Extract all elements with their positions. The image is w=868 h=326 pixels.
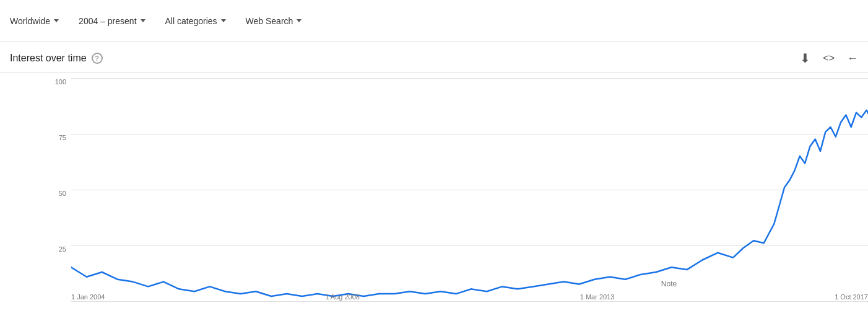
section-header: Interest over time ? ⬇ <> ← [0, 42, 868, 73]
download-icon[interactable]: ⬇ [800, 51, 810, 66]
region-filter-caret [54, 19, 59, 22]
x-axis-labels: 1 Jan 2004 1 Aug 2008 1 Mar 2013 1 Oct 2… [71, 291, 868, 303]
y-label-50: 50 [37, 190, 71, 197]
section-title: Interest over time [10, 53, 87, 64]
embed-icon[interactable]: <> [823, 53, 835, 64]
x-label-2017: 1 Oct 2017 [835, 293, 868, 301]
y-label-75: 75 [37, 134, 71, 141]
y-label-100: 100 [37, 79, 71, 86]
search-type-filter[interactable]: Web Search [246, 14, 302, 29]
category-filter[interactable]: All categories [165, 14, 226, 29]
y-axis-labels: 25 50 75 100 [37, 79, 71, 302]
toolbar: Worldwide 2004 – present All categories … [0, 0, 868, 42]
note-label: Note [661, 280, 677, 288]
time-filter-label: 2004 – present [79, 16, 136, 26]
section-actions: ⬇ <> ← [800, 51, 858, 66]
x-label-2013: 1 Mar 2013 [580, 293, 615, 301]
time-filter[interactable]: 2004 – present [79, 14, 145, 29]
x-label-2004: 1 Jan 2004 [71, 293, 105, 301]
share-icon[interactable]: ← [847, 52, 858, 65]
section-title-area: Interest over time ? [10, 53, 103, 64]
chart-inner: 25 50 75 100 1 Jan 2004 1 Aug 2008 1 Mar… [37, 79, 868, 302]
search-type-filter-label: Web Search [246, 16, 293, 26]
trend-line-svg [71, 79, 868, 320]
category-filter-caret [221, 19, 226, 22]
time-filter-caret [141, 19, 145, 22]
region-filter[interactable]: Worldwide [10, 14, 59, 29]
search-type-filter-caret [297, 19, 302, 22]
y-label-25: 25 [37, 246, 71, 253]
category-filter-label: All categories [165, 16, 217, 26]
region-filter-label: Worldwide [10, 16, 50, 26]
chart-area: 25 50 75 100 1 Jan 2004 1 Aug 2008 1 Mar… [0, 73, 868, 326]
x-label-2008: 1 Aug 2008 [325, 293, 360, 301]
help-icon[interactable]: ? [92, 53, 103, 64]
